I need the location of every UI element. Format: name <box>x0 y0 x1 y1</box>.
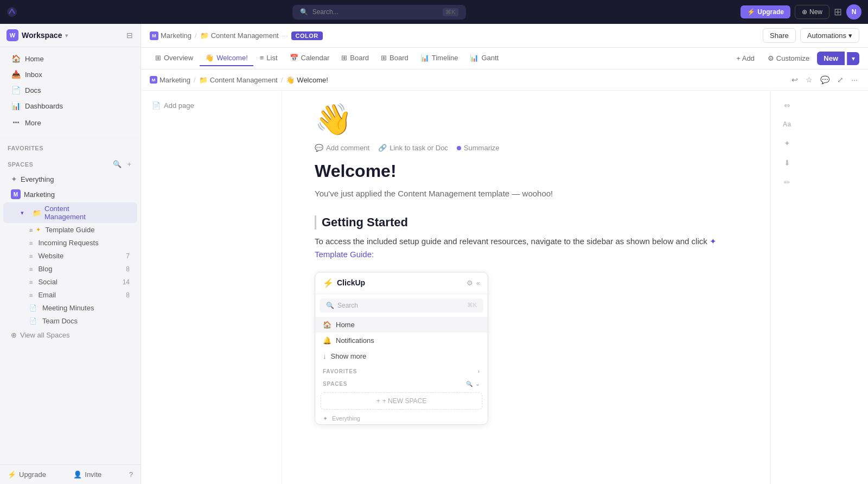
ai-button[interactable]: ✦ <box>782 137 792 149</box>
spaces-search-button[interactable]: 🔍 <box>111 159 123 169</box>
board2-tab-icon: ⊞ <box>381 54 387 62</box>
doc-actions: 💬 Add comment 🔗 Link to task or Doc Summ… <box>315 144 738 152</box>
secondary-breadcrumb: M Marketing / 📁 Content Management / 👋 W… <box>141 69 868 91</box>
invite-button[interactable]: 👤 Invite <box>73 470 101 479</box>
preview-header-actions: ⚙ « <box>467 279 480 287</box>
sidebar-item-website[interactable]: ≡ Website 7 <box>3 250 137 262</box>
upgrade-button-top[interactable]: ⚡ Upgrade <box>741 5 790 18</box>
back-button[interactable]: ↩ <box>790 74 800 86</box>
sec-breadcrumb-welcome[interactable]: 👋 Welcome! <box>286 76 328 84</box>
add-page-button[interactable]: 📄 Add page <box>150 99 273 112</box>
welcome-tab-icon: 👋 <box>205 54 214 62</box>
content-management-add-button[interactable]: + <box>123 209 130 216</box>
sidebar-item-everything[interactable]: ✦ Everything <box>3 172 137 186</box>
search-icon: 🔍 <box>300 8 308 16</box>
incoming-requests-list-icon: ≡ <box>29 240 33 246</box>
content-management-folder-icon: 📁 <box>33 209 41 217</box>
upgrade-sidebar-button[interactable]: ⚡ Upgrade <box>8 470 46 479</box>
star-button[interactable]: ☆ <box>804 74 814 86</box>
tab-calendar[interactable]: 📅 Calendar <box>284 50 335 66</box>
breadcrumb-marketing[interactable]: M Marketing <box>150 31 192 40</box>
new-button-top[interactable]: ⊕ New <box>795 5 829 19</box>
view-all-spaces-button[interactable]: ⊕ View all Spaces <box>3 328 137 342</box>
plus-icon: ⊕ <box>802 8 807 16</box>
spaces-add-button[interactable]: + <box>125 159 133 169</box>
marketing-add-button[interactable]: + <box>123 190 130 198</box>
content-topbar-actions: Share Automations ▾ <box>763 28 859 43</box>
grid-icon[interactable]: ⊞ <box>834 6 842 18</box>
automations-button[interactable]: Automations ▾ <box>800 28 859 43</box>
spaces-section: Spaces 🔍 + ✦ Everything M Marketing ··· <box>0 152 141 464</box>
expand-panel-button[interactable]: ⇔ <box>782 99 792 111</box>
sidebar-item-dashboards[interactable]: 📊 Dashboards <box>3 98 137 113</box>
chevron-down-icon: ▾ <box>65 33 68 39</box>
marketing-more-button[interactable]: ··· <box>113 190 122 198</box>
sidebar-item-incoming-requests[interactable]: ≡ Incoming Requests <box>3 237 137 249</box>
help-button[interactable]: ? <box>129 470 133 479</box>
preview-settings-icon: ⚙ <box>467 279 473 287</box>
sidebar-item-inbox[interactable]: 📥 Inbox <box>3 67 137 82</box>
add-tab-button[interactable]: + Add <box>731 52 760 65</box>
breadcrumb-content-management[interactable]: 📁 Content Management <box>200 31 279 40</box>
new-view-dropdown-button[interactable]: ▾ <box>847 52 859 65</box>
sidebar-item-content-management[interactable]: ▾ 📁 Content Management ··· + <box>3 202 137 223</box>
preview-everything-icon: ✦ <box>323 415 328 422</box>
blog-list-icon: ≡ <box>29 266 33 272</box>
sidebar-item-home[interactable]: 🏠 Home <box>3 51 137 66</box>
sidebar-item-social[interactable]: ≡ Social 14 <box>3 276 137 288</box>
sidebar-item-blog[interactable]: ≡ Blog 8 <box>3 263 137 275</box>
sidebar-item-meeting-minutes[interactable]: 📄 Meeting Minutes <box>3 302 137 314</box>
customize-button[interactable]: ⚙ Customize <box>762 52 815 65</box>
summarize-button[interactable]: Summarize <box>457 144 500 152</box>
preview-spaces-label: SPACES 🔍 ⌄ <box>315 377 488 389</box>
tabs-right: + Add ⚙ Customize New ▾ <box>731 52 859 65</box>
preview-everything: ✦ Everything <box>315 413 488 424</box>
sec-breadcrumb-marketing[interactable]: M Marketing <box>150 76 190 84</box>
sidebar-collapse-button[interactable]: ⊟ <box>125 30 134 41</box>
sec-breadcrumb-content-management[interactable]: 📁 Content Management <box>199 76 278 84</box>
search-bar[interactable]: 🔍 Search... ⌘K <box>292 5 466 20</box>
topbar-left <box>7 7 17 17</box>
workspace-name[interactable]: W Workspace ▾ <box>7 29 68 41</box>
sec-breadcrumb-actions: ↩ ☆ 💬 ⤢ ··· <box>790 74 859 86</box>
tab-board-1[interactable]: ⊞ Board <box>336 50 374 66</box>
calendar-tab-icon: 📅 <box>290 54 298 62</box>
sidebar-item-template-guide[interactable]: ≡ ✦ Template Guide <box>3 224 137 236</box>
edit-button[interactable]: ✏ <box>782 176 792 188</box>
new-view-button[interactable]: New <box>817 52 845 65</box>
tab-board-2[interactable]: ⊞ Board <box>375 50 414 66</box>
content-management-more-button[interactable]: ··· <box>113 209 122 216</box>
link-to-task-button[interactable]: 🔗 Link to task or Doc <box>378 144 448 152</box>
share-button[interactable]: Share <box>763 28 796 43</box>
sidebar-item-more[interactable]: ··· More <box>3 114 137 132</box>
expand-button[interactable]: ⤢ <box>835 74 845 86</box>
sidebar-item-email[interactable]: ≡ Email 8 <box>3 289 137 301</box>
font-size-button[interactable]: Aa <box>781 119 793 130</box>
add-comment-button[interactable]: 💬 Add comment <box>315 144 369 152</box>
sidebar-item-marketing[interactable]: M Marketing ··· + <box>3 187 137 202</box>
comment-button[interactable]: 💬 <box>819 74 831 86</box>
sidebar-nav: 🏠 Home 📥 Inbox 📄 Docs 📊 Dashboards ··· M… <box>0 47 141 136</box>
avatar[interactable]: N <box>846 4 861 20</box>
topbar-right: ⚡ Upgrade ⊕ New ⊞ N <box>741 4 861 20</box>
more-options-button[interactable]: ··· <box>850 74 859 86</box>
team-docs-doc-icon: 📄 <box>29 317 37 324</box>
preview-nav-notifications: 🔔 Notifications <box>315 333 488 348</box>
board1-tab-icon: ⊞ <box>341 54 347 62</box>
tab-welcome[interactable]: 👋 Welcome! <box>200 50 253 66</box>
sidebar-divider-1 <box>0 138 141 138</box>
preview-logo-icon: ⚡ <box>323 278 334 288</box>
tab-overview[interactable]: ⊞ Overview <box>150 50 199 66</box>
color-badge[interactable]: COLOR <box>291 31 323 40</box>
tab-timeline[interactable]: 📊 Timeline <box>415 50 464 66</box>
tab-gantt[interactable]: 📊 Gantt <box>464 50 504 66</box>
sidebar-item-docs[interactable]: 📄 Docs <box>3 82 137 98</box>
download-button[interactable]: ⬇ <box>782 157 792 169</box>
sidebar-item-team-docs[interactable]: 📄 Team Docs <box>3 315 137 327</box>
topbar: 🔍 Search... ⌘K ⚡ Upgrade ⊕ New ⊞ N <box>0 0 868 24</box>
page-content: 📄 Add page 👋 💬 Add comment 🔗 Link to tas… <box>141 91 868 484</box>
chevron-down-icon: ▾ <box>848 31 852 40</box>
workspace-badge: W <box>7 29 18 41</box>
sidebar-footer: ⚡ Upgrade 👤 Invite ? <box>0 464 141 484</box>
tab-list[interactable]: ≡ List <box>254 50 283 66</box>
